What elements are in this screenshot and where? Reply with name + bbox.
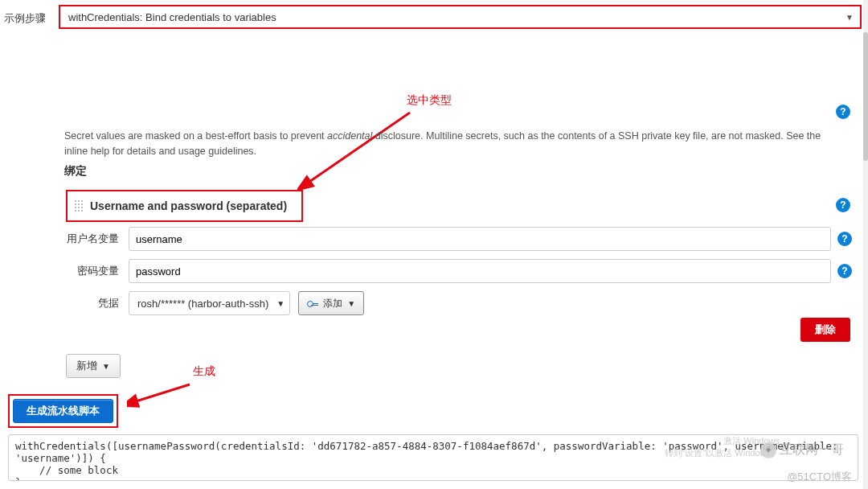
- sample-step-value: withCredentials: Bind credentials to var…: [68, 11, 276, 23]
- watermark-footer: @51CTO博客: [787, 470, 852, 484]
- binding-type-title: Username and password (separated): [90, 199, 287, 212]
- help-icon[interactable]: ?: [837, 232, 852, 246]
- chevron-down-icon: ▼: [276, 299, 285, 308]
- chevron-down-icon: ▼: [102, 362, 110, 371]
- drag-handle-icon[interactable]: [74, 199, 84, 212]
- annotation-select-type: 选中类型: [407, 93, 452, 108]
- credential-value: rosh/****** (harbor-auth-ssh): [137, 298, 268, 310]
- vertical-scrollbar-thumb[interactable]: [863, 32, 868, 161]
- key-icon: [307, 299, 318, 307]
- description-text: Secret values are masked on a best-effor…: [64, 129, 845, 159]
- password-var-input[interactable]: [129, 259, 831, 283]
- svg-line-1: [133, 384, 190, 402]
- annotation-arrow-generate: [127, 378, 199, 410]
- help-icon[interactable]: ?: [837, 264, 852, 278]
- section-binding-title: 绑定: [64, 164, 87, 179]
- add-binding-button[interactable]: 新增 ▼: [66, 354, 121, 378]
- wechat-icon: ✦: [760, 442, 776, 458]
- add-binding-label: 新增: [76, 359, 97, 373]
- watermark-source: ✦ 互联网一哥: [760, 442, 844, 458]
- desc-prefix: Secret values are masked on a best-effor…: [64, 130, 327, 142]
- delete-button[interactable]: 删除: [800, 318, 850, 342]
- generate-pipeline-button[interactable]: 生成流水线脚本: [13, 399, 113, 423]
- binding-header[interactable]: Username and password (separated): [66, 190, 303, 222]
- add-credential-button[interactable]: 添加 ▼: [298, 291, 364, 315]
- credential-label: 凭据: [64, 296, 129, 310]
- credential-select[interactable]: rosh/****** (harbor-auth-ssh) ▼: [129, 291, 290, 315]
- chevron-down-icon: ▼: [347, 299, 355, 308]
- annotation-generate: 生成: [193, 364, 215, 379]
- binding-form: 用户名变量 ? 密码变量 ? 凭据 rosh/****** (harbor-au…: [64, 227, 852, 323]
- help-icon[interactable]: ?: [836, 198, 850, 212]
- sample-step-select[interactable]: withCredentials: Bind credentials to var…: [59, 5, 862, 29]
- chevron-down-icon: ▼: [845, 13, 854, 22]
- add-credential-label: 添加: [323, 297, 342, 310]
- password-var-label: 密码变量: [64, 264, 129, 278]
- sample-step-label: 示例步骤: [4, 8, 59, 26]
- username-var-input[interactable]: [129, 227, 831, 251]
- help-icon[interactable]: ?: [836, 105, 850, 119]
- desc-italic: accidental: [327, 130, 372, 142]
- generate-button-highlight: 生成流水线脚本: [8, 394, 118, 428]
- username-var-label: 用户名变量: [64, 232, 129, 246]
